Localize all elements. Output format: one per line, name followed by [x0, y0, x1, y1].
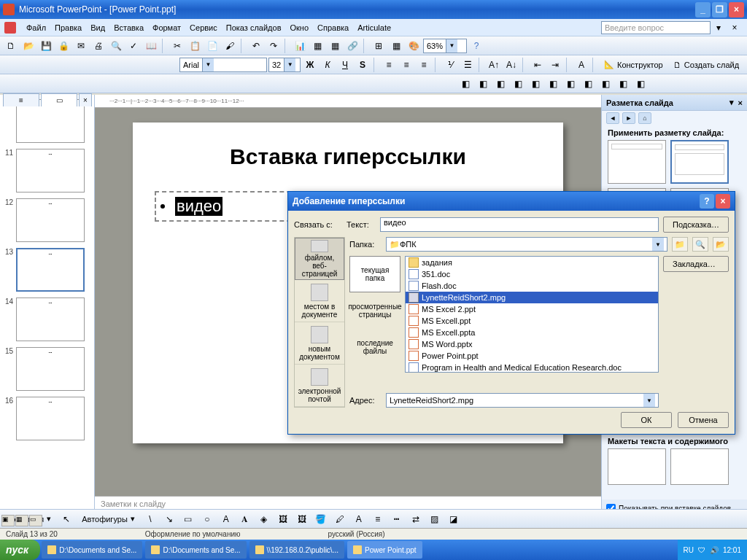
layout-gallery-2[interactable]	[602, 448, 747, 499]
cut-icon[interactable]: ✂	[169, 38, 185, 54]
tray-icon[interactable]: 🔊	[710, 546, 719, 554]
menu-window[interactable]: Окно	[286, 22, 314, 34]
new-slide-button[interactable]: 🗋 Создать слайд	[669, 57, 743, 73]
font-color-icon[interactable]: A	[573, 57, 589, 73]
slides-tab[interactable]: ▭	[41, 93, 77, 106]
arrow-style-icon[interactable]: ⇄	[408, 511, 424, 527]
tb-icon[interactable]: ◧	[545, 76, 561, 92]
help-question-input[interactable]: Введите вопрос	[601, 21, 711, 34]
slide-thumbnails[interactable]: 10···11···12···13···14···15···16···	[0, 95, 95, 518]
diagram-icon[interactable]: ◈	[256, 511, 272, 527]
file-item[interactable]: MS Word.pptx	[406, 338, 658, 350]
paste-icon[interactable]: 📄	[204, 38, 220, 54]
slide-title[interactable]: Вставка гиперссылки	[133, 144, 563, 169]
align-center-icon[interactable]: ≡	[398, 57, 414, 73]
layout-item[interactable]	[608, 140, 666, 184]
file-item[interactable]: MS Excell.ppt	[406, 315, 658, 327]
arrow-icon[interactable]: ↘	[161, 511, 177, 527]
taskpane-close-icon[interactable]: ×	[738, 98, 743, 107]
taskbar-item[interactable]: D:\Documents and Se...	[145, 541, 246, 559]
hyperlink-icon[interactable]: 🔗	[344, 38, 360, 54]
design-button[interactable]: 📐 Конструктор	[600, 57, 667, 73]
rectangle-icon[interactable]: ▭	[180, 511, 196, 527]
tables-borders-icon[interactable]: ▦	[327, 38, 343, 54]
open-icon[interactable]: 📂	[20, 38, 36, 54]
linkto-item[interactable]: местом в документе	[295, 280, 344, 322]
undo-icon[interactable]: ↶	[248, 38, 264, 54]
close-button[interactable]: ×	[729, 2, 744, 18]
autoshapes-menu[interactable]: Автофигуры ▾	[77, 511, 139, 527]
save-icon[interactable]: 💾	[38, 38, 54, 54]
clipart-icon[interactable]: 🖼	[275, 511, 291, 527]
system-tray[interactable]: RU 🛡 🔊 12:01	[678, 540, 747, 560]
italic-icon[interactable]: К	[320, 57, 336, 73]
slide-thumbnail[interactable]: ···	[16, 298, 85, 341]
tb-icon[interactable]: ◧	[510, 76, 526, 92]
taskpane-dropdown-icon[interactable]: ▾	[729, 98, 734, 107]
back-icon[interactable]: ◄	[606, 112, 619, 124]
menu-format[interactable]: Формат	[148, 22, 185, 34]
research-icon[interactable]: 📖	[143, 38, 159, 54]
browse-item[interactable]: последние файлы	[349, 329, 400, 365]
slide-thumbnail[interactable]: ···	[16, 397, 85, 440]
file-item[interactable]: LynetteReidShort2.mpg	[406, 292, 658, 303]
picture-icon[interactable]: 🖼	[294, 511, 310, 527]
line-style-icon[interactable]: ≡	[370, 511, 386, 527]
align-left-icon[interactable]: ≡	[381, 57, 397, 73]
clock[interactable]: 12:01	[723, 546, 741, 554]
file-item[interactable]: MS Excel 2.ppt	[406, 303, 658, 315]
normal-view-icon[interactable]: ▣	[1, 515, 15, 526]
new-icon[interactable]: 🗋	[3, 38, 19, 54]
tb-icon[interactable]: ◧	[632, 76, 649, 92]
browse-web-icon[interactable]: 🔍	[692, 237, 708, 252]
file-item[interactable]: Power Point.ppt	[406, 350, 658, 362]
line-color-icon[interactable]: 🖊	[332, 511, 348, 527]
start-button[interactable]: пуск	[0, 540, 40, 560]
file-item[interactable]: MS Excell.ppta	[406, 327, 658, 338]
sorter-view-icon[interactable]: ▦	[15, 515, 28, 526]
dialog-close-button[interactable]: ×	[716, 194, 730, 209]
layout-item[interactable]	[670, 140, 729, 184]
increase-font-icon[interactable]: A↑	[486, 57, 502, 73]
text-input[interactable]: видео	[380, 217, 659, 232]
color-icon[interactable]: 🎨	[406, 38, 422, 54]
menu-tools[interactable]: Сервис	[185, 22, 222, 34]
menu-articulate[interactable]: Articulate	[353, 22, 395, 34]
minimize-button[interactable]: _	[695, 2, 711, 18]
tb-icon[interactable]: ◧	[492, 76, 508, 92]
numbering-icon[interactable]: ⅟	[442, 57, 458, 73]
tb-icon[interactable]: ◧	[580, 76, 596, 92]
linkto-item[interactable]: электронной почтой	[295, 365, 344, 407]
tb-icon[interactable]: ◧	[615, 76, 631, 92]
close-tab[interactable]: ×	[79, 93, 92, 106]
grid-icon[interactable]: ▦	[388, 38, 404, 54]
file-item[interactable]: задания	[406, 257, 658, 268]
taskbar-item[interactable]: \\192.168.0.2\public\...	[249, 541, 344, 559]
outline-tab[interactable]: ≡	[3, 93, 39, 106]
decrease-indent-icon[interactable]: ⇤	[530, 57, 546, 73]
linkto-item[interactable]: файлом, веб-страницей	[295, 238, 344, 280]
bullets-icon[interactable]: ☰	[460, 57, 476, 73]
align-right-icon[interactable]: ≡	[416, 57, 432, 73]
fill-icon[interactable]: 🪣	[313, 511, 329, 527]
slideshow-view-icon[interactable]: ▭	[29, 515, 42, 526]
tb-icon[interactable]: ◧	[527, 76, 543, 92]
help-dropdown-icon[interactable]: ▾	[711, 20, 727, 36]
browse-item[interactable]: просмотренные страницы	[349, 292, 400, 329]
table-icon[interactable]: ▦	[309, 38, 325, 54]
print-icon[interactable]: 🖨	[90, 38, 107, 54]
slide-thumbnail[interactable]: ···	[16, 198, 85, 242]
browse-item[interactable]: текущая папка	[349, 256, 400, 292]
textbox-icon[interactable]: A	[218, 511, 234, 527]
layout-item[interactable]	[670, 448, 729, 485]
expand-icon[interactable]: ⊞	[371, 38, 387, 54]
chart-icon[interactable]: 📊	[292, 38, 308, 54]
linkto-item[interactable]: новым документом	[295, 322, 344, 365]
menu-slideshow[interactable]: Показ слайдов	[222, 22, 286, 34]
layout-item[interactable]	[608, 448, 666, 485]
slide-thumbnail[interactable]: ···	[16, 347, 85, 391]
forward-icon[interactable]: ►	[622, 112, 635, 124]
browse-file-icon[interactable]: 📂	[713, 237, 729, 252]
screentip-button[interactable]: Подсказка…	[663, 217, 729, 233]
shadow-style-icon[interactable]: ▨	[427, 511, 443, 527]
